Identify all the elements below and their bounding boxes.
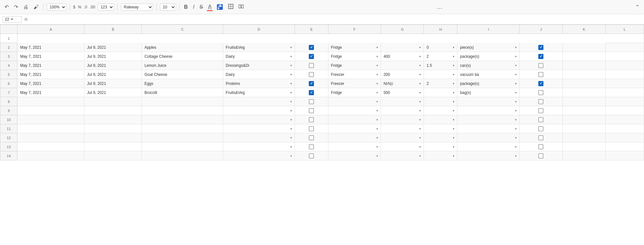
- cell-ref-dropdown-icon[interactable]: ▼: [10, 17, 14, 21]
- cell-category[interactable]: ▾: [223, 151, 295, 160]
- cell-itemname[interactable]: Goat Cheese: [142, 70, 223, 79]
- cell-unittype[interactable]: ▾: [457, 106, 520, 115]
- cell-qtygrams[interactable]: ▾: [381, 43, 424, 52]
- cell-staple-checkbox[interactable]: [309, 63, 314, 68]
- col-header-J[interactable]: J: [520, 25, 563, 34]
- cell-storage-dropdown-icon[interactable]: ▾: [376, 55, 378, 58]
- cell-tobuy[interactable]: [520, 97, 563, 106]
- cell-qtynum[interactable]: ▾: [424, 70, 457, 79]
- cell-storage[interactable]: Fridge▾: [328, 61, 381, 70]
- col-header-L[interactable]: L: [606, 25, 644, 34]
- col-header-K[interactable]: K: [562, 25, 606, 34]
- col-header-E[interactable]: E: [295, 25, 328, 34]
- cell-qtynum-dropdown-icon[interactable]: ▾: [453, 136, 454, 139]
- cell-qtygrams[interactable]: ▾: [381, 115, 424, 124]
- cell-storage-dropdown-icon[interactable]: ▾: [376, 136, 378, 139]
- cell-tobuy-checkbox[interactable]: [538, 63, 543, 68]
- cell-useby[interactable]: [84, 142, 142, 151]
- header-cost[interactable]: Cost: [562, 34, 606, 43]
- cell-storage[interactable]: ▾: [328, 106, 381, 115]
- cell-itemname[interactable]: [142, 151, 223, 160]
- cell-staple[interactable]: [295, 151, 328, 160]
- header-unittype[interactable]: Unit Type: [457, 34, 520, 43]
- cell-category-dropdown-icon[interactable]: ▾: [290, 154, 292, 158]
- cell-storage[interactable]: Fridge▾: [328, 88, 381, 97]
- cell-category-dropdown-icon[interactable]: ▾: [290, 64, 292, 67]
- cell-storage-dropdown-icon[interactable]: ▾: [376, 109, 378, 112]
- cell-staple-checkbox[interactable]: [309, 81, 314, 86]
- cell-extra[interactable]: [606, 124, 644, 133]
- cell-tobuy-checkbox[interactable]: [538, 90, 543, 95]
- cell-staple[interactable]: [295, 115, 328, 124]
- cell-qtynum-dropdown-icon[interactable]: ▾: [453, 82, 454, 85]
- header-category[interactable]: Category: [223, 34, 295, 43]
- cell-purchased[interactable]: [17, 97, 84, 106]
- cell-storage[interactable]: Fridge▾: [328, 52, 381, 61]
- strikethrough-button[interactable]: S: [198, 4, 204, 11]
- col-header-G[interactable]: G: [381, 25, 424, 34]
- col-header-C[interactable]: C: [142, 25, 223, 34]
- cell-tobuy[interactable]: [520, 43, 563, 52]
- cell-qtygrams-dropdown-icon[interactable]: ▾: [419, 136, 421, 139]
- cell-tobuy-checkbox[interactable]: [538, 81, 543, 86]
- cell-itemname[interactable]: [142, 133, 223, 142]
- cell-unittype-dropdown-icon[interactable]: ▾: [515, 118, 517, 121]
- cell-useby[interactable]: Jul 9, 2021: [84, 52, 142, 61]
- cell-storage-dropdown-icon[interactable]: ▾: [376, 64, 378, 67]
- cell-cost[interactable]: [562, 124, 606, 133]
- cell-qtynum[interactable]: ▾: [424, 115, 457, 124]
- cell-staple[interactable]: [295, 133, 328, 142]
- cell-tobuy[interactable]: [520, 70, 563, 79]
- cell-staple[interactable]: [295, 61, 328, 70]
- cell-storage[interactable]: ▾: [328, 97, 381, 106]
- merge-button[interactable]: [237, 3, 245, 11]
- cell-qtynum[interactable]: ▾: [424, 124, 457, 133]
- cell-useby[interactable]: Jul 9, 2021: [84, 43, 142, 52]
- cell-unittype-dropdown-icon[interactable]: ▾: [515, 154, 517, 158]
- cell-category[interactable]: Dairy▾: [223, 70, 295, 79]
- paint-format-button[interactable]: 🖌: [32, 4, 40, 11]
- cell-category-dropdown-icon[interactable]: ▾: [290, 127, 292, 130]
- cell-category-dropdown-icon[interactable]: ▾: [290, 82, 292, 85]
- cell-staple[interactable]: [295, 79, 328, 88]
- cell-qtygrams[interactable]: ▾: [381, 106, 424, 115]
- cell-staple-checkbox[interactable]: [309, 54, 314, 59]
- cell-extra[interactable]: [606, 133, 644, 142]
- cell-storage[interactable]: Freezer▾: [328, 70, 381, 79]
- cell-purchased[interactable]: [17, 133, 84, 142]
- cell-qtynum-dropdown-icon[interactable]: ▾: [453, 145, 454, 148]
- cell-staple-checkbox[interactable]: [309, 90, 314, 95]
- cell-qtygrams[interactable]: ▾: [381, 124, 424, 133]
- cell-useby[interactable]: [84, 151, 142, 160]
- cell-qtynum-dropdown-icon[interactable]: ▾: [453, 46, 454, 49]
- cell-category[interactable]: Fruits&Veg▾: [223, 43, 295, 52]
- cell-extra[interactable]: [606, 52, 644, 61]
- cell-category[interactable]: Dressings&Di▾: [223, 61, 295, 70]
- cell-qtygrams-dropdown-icon[interactable]: ▾: [419, 91, 421, 94]
- cell-staple-checkbox[interactable]: [309, 72, 314, 77]
- cell-qtynum-dropdown-icon[interactable]: ▾: [453, 100, 454, 103]
- cell-unittype[interactable]: ▾: [457, 97, 520, 106]
- cell-qtygrams[interactable]: ▾: [381, 142, 424, 151]
- cell-tobuy-checkbox[interactable]: [538, 117, 543, 122]
- cell-qtynum[interactable]: 0▾: [424, 43, 457, 52]
- cell-qtygrams[interactable]: 500▾: [381, 88, 424, 97]
- cell-tobuy-checkbox[interactable]: [538, 108, 543, 113]
- header-staple[interactable]: Staple?: [295, 34, 328, 43]
- cell-qtynum[interactable]: ▾: [424, 97, 457, 106]
- italic-button[interactable]: I: [192, 4, 196, 11]
- cell-qtynum-dropdown-icon[interactable]: ▾: [453, 109, 454, 112]
- cell-tobuy[interactable]: [520, 106, 563, 115]
- cell-category-dropdown-icon[interactable]: ▾: [290, 46, 292, 49]
- cell-storage[interactable]: Freezer▾: [328, 79, 381, 88]
- cell-qtynum-dropdown-icon[interactable]: ▾: [453, 64, 454, 67]
- cell-tobuy[interactable]: [520, 61, 563, 70]
- cell-staple-checkbox[interactable]: [309, 117, 314, 122]
- cell-itemname[interactable]: [142, 124, 223, 133]
- cell-tobuy-checkbox[interactable]: [538, 45, 543, 50]
- font-select[interactable]: Raleway: [121, 4, 153, 11]
- cell-staple[interactable]: [295, 106, 328, 115]
- cell-itemname[interactable]: [142, 106, 223, 115]
- cell-unittype-dropdown-icon[interactable]: ▾: [515, 55, 517, 58]
- col-header-D[interactable]: D: [223, 25, 295, 34]
